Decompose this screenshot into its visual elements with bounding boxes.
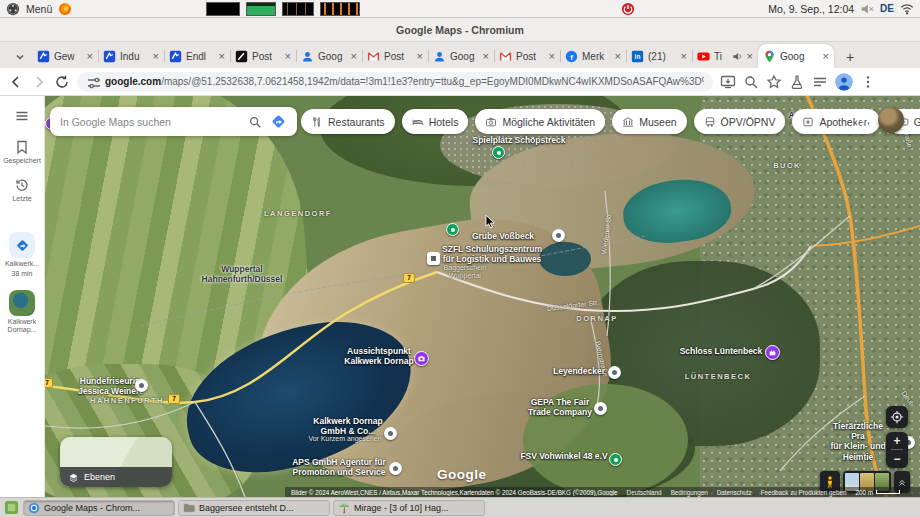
map-canvas[interactable]: LANGENDORFSpielplatz SchöpstreckAutobahn…: [45, 96, 920, 497]
privacy-link[interactable]: Datenschutz: [717, 489, 752, 496]
chip-museen[interactable]: Museen: [612, 109, 686, 134]
maps-search-box[interactable]: In Google Maps suchen: [50, 107, 297, 136]
search-input[interactable]: In Google Maps suchen: [60, 116, 240, 128]
disk-monitor-applet[interactable]: [320, 2, 360, 16]
map-label-kalkwerk-dornap[interactable]: Kalkwerk Dornap GmbH & Co...: [313, 416, 382, 436]
maps-menu-button[interactable]: [0, 108, 44, 124]
compass-control[interactable]: [886, 406, 908, 428]
keyboard-layout-indicator[interactable]: DE: [880, 3, 894, 14]
tab-search-chevron-icon[interactable]: [8, 46, 32, 68]
tab-audio-icon[interactable]: [732, 51, 743, 62]
memory-monitor-applet[interactable]: [246, 2, 276, 16]
gepa-marker[interactable]: [594, 402, 607, 415]
tab-close-icon[interactable]: ×: [549, 51, 555, 61]
window-titlebar[interactable]: Google Maps - Chromium: [0, 18, 920, 42]
tab-close-icon[interactable]: ×: [219, 51, 225, 61]
url-text[interactable]: google.com/maps/@51.2532638,7.0621458,19…: [105, 76, 704, 87]
fsv-vohwinkel-marker[interactable]: [609, 453, 622, 466]
new-tab-button[interactable]: +: [838, 46, 862, 68]
terms-link[interactable]: Bedingungen: [671, 489, 708, 496]
directions-button[interactable]: [270, 113, 287, 130]
experiments-flask-icon[interactable]: [789, 74, 805, 90]
account-avatar[interactable]: [878, 107, 904, 133]
distro-menu-icon[interactable]: [6, 2, 20, 16]
hundefriseurin-marker[interactable]: [135, 379, 148, 392]
clock[interactable]: Mo, 9. Sep., 12:04: [768, 3, 854, 15]
map-label-leyendecker[interactable]: Leyendecker: [553, 366, 605, 376]
google-apps-grid-icon[interactable]: [855, 113, 871, 129]
feedback-link[interactable]: Feedback zu Produkten geben: [761, 489, 847, 496]
zoom-out-button[interactable]: −: [886, 450, 908, 467]
site-settings-icon[interactable]: [86, 75, 99, 88]
forward-button[interactable]: [31, 74, 47, 90]
firefox-icon[interactable]: [58, 2, 72, 16]
chip-mögliche-aktivitäten[interactable]: Mögliche Aktivitäten: [475, 109, 605, 134]
map-label-tierärztliche-pra[interactable]: Tierärztliche Pra für Klein- und Heimtie: [827, 421, 889, 462]
aussichtspunkt-marker[interactable]: [414, 351, 429, 366]
url-bar[interactable]: google.com/maps/@51.2532638,7.0621458,19…: [77, 72, 713, 92]
map-label-schloss-lüntenbeck[interactable]: Schloss Lüntenbeck: [680, 346, 763, 356]
zoom-icon[interactable]: [743, 74, 759, 90]
tab-post[interactable]: Post×: [362, 44, 428, 68]
map-label-aussichtspunkt[interactable]: Aussichtspunkt Kalkwerk Dornap: [344, 346, 413, 366]
map-label-spielplatz-schöpstreck[interactable]: Spielplatz Schöpstreck: [472, 135, 565, 145]
map-label-fsv-vohwinkel-48-e-v[interactable]: FSV Vohwinkel 48 e.V: [520, 451, 607, 461]
chip-öpv-öpnv[interactable]: ÖPV/ÖPNV: [694, 109, 786, 134]
tab-close-icon[interactable]: ×: [681, 51, 687, 61]
zoom-in-button[interactable]: +: [886, 432, 908, 449]
tab-close-icon[interactable]: ×: [823, 51, 829, 61]
sidebar-item-place[interactable]: Kalkwerk Dornap...: [0, 290, 44, 334]
taskbar-item-mirage-3-of-10-hag[interactable]: Mirage - [3 of 10] Hag...: [333, 500, 485, 516]
wifi-icon[interactable]: [900, 2, 914, 16]
tab-close-icon[interactable]: ×: [87, 51, 93, 61]
map-label-szfl-schulungszentrum[interactable]: SZFL Schulungszentrum für Logistik und B…: [442, 244, 542, 264]
power-icon[interactable]: [621, 2, 635, 16]
taskbar-item-baggersee-entsteht-d[interactable]: Baggersee entsteht D...: [178, 500, 330, 516]
tab-indu[interactable]: Indu×: [98, 44, 164, 68]
tab-ti[interactable]: Ti×: [692, 44, 758, 68]
country-link[interactable]: Deutschland: [627, 489, 662, 496]
tab-goog[interactable]: Goog×: [428, 44, 494, 68]
tab-goog-active[interactable]: Goog×: [758, 44, 834, 68]
back-button[interactable]: [8, 74, 24, 90]
park-marker[interactable]: [446, 223, 459, 236]
tab-close-icon[interactable]: ×: [615, 51, 621, 61]
net-monitor-applet[interactable]: [282, 2, 314, 16]
sidebar-item-saved[interactable]: Gespeichert: [0, 139, 44, 165]
save-to-device-icon[interactable]: [720, 74, 736, 90]
tab-close-icon[interactable]: ×: [417, 51, 423, 61]
bookmark-star-icon[interactable]: [766, 74, 782, 90]
tab-close-icon[interactable]: ×: [153, 51, 159, 61]
map-label-aps-gmbh-agentur-für[interactable]: APS GmbH Agentur für Promotion und Servi…: [292, 457, 386, 477]
chip-restaurants[interactable]: Restaurants: [301, 109, 395, 134]
system-monitor-applet[interactable]: [206, 2, 240, 16]
map-label-hundefriseurin[interactable]: Hundefriseurin Jessica Weinert: [78, 376, 142, 396]
tab-post[interactable]: Post×: [494, 44, 560, 68]
chip-hotels[interactable]: Hotels: [402, 109, 469, 134]
tab-21[interactable]: in(21)×: [626, 44, 692, 68]
map-label-gepa-the-fair[interactable]: GEPA The Fair Trade Company: [528, 397, 592, 417]
taskbar-item-google-maps-chrom[interactable]: Google Maps - Chrom...: [23, 500, 175, 516]
tab-close-icon[interactable]: ×: [747, 51, 753, 61]
search-icon[interactable]: [248, 115, 262, 129]
reload-button[interactable]: [54, 74, 70, 90]
szfl-marker[interactable]: [427, 252, 440, 265]
volume-muted-icon[interactable]: [860, 2, 874, 16]
tab-post[interactable]: Post×: [230, 44, 296, 68]
menu-label[interactable]: Menü: [26, 3, 52, 15]
tab-close-icon[interactable]: ×: [483, 51, 489, 61]
tab-goog[interactable]: Goog×: [296, 44, 362, 68]
grube-vossbeck-marker[interactable]: [552, 229, 565, 242]
map-label-grube-voßbeck[interactable]: Grube Voßbeck: [472, 231, 534, 241]
tab-merk[interactable]: fMerk×: [560, 44, 626, 68]
kalkwerk-dornap-marker[interactable]: [384, 427, 397, 440]
profile-avatar[interactable]: [835, 73, 853, 91]
tab-close-icon[interactable]: ×: [285, 51, 291, 61]
schloss-luentenbeck-marker[interactable]: [765, 345, 780, 360]
browser-menu-kebab-icon[interactable]: [860, 74, 876, 90]
layers-widget[interactable]: Ebenen: [60, 437, 172, 487]
tab-endl[interactable]: Endl×: [164, 44, 230, 68]
tab-gew[interactable]: Gew×: [32, 44, 98, 68]
sidebar-item-recent[interactable]: Letzte: [0, 177, 44, 203]
spielplatz-marker[interactable]: [492, 146, 505, 159]
